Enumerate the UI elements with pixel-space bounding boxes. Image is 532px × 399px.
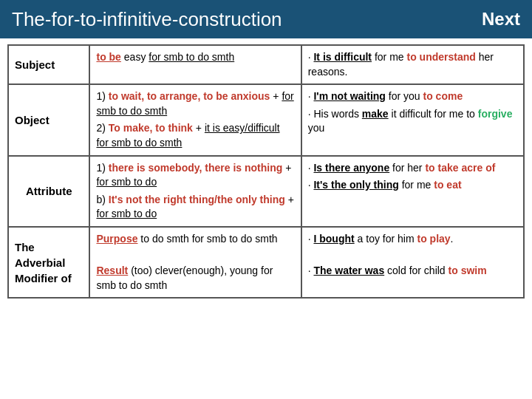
grammar-object-p1: 1) to wait, to arrange, to be anxious + … — [96, 89, 294, 118]
table-row: Object 1) to wait, to arrange, to be anx… — [8, 84, 524, 155]
main-content: Subject to be easy for smb to do smth · … — [0, 38, 532, 304]
example-anyone: · Is there anyone for her to take acre o… — [308, 161, 517, 176]
examples-adverbial: · I bought a toy for him to play. · The … — [301, 227, 524, 298]
example-only-thing: · It's the only thing for me to eat — [308, 178, 517, 193]
examples-object: · I'm not waiting for you to come · His … — [301, 84, 524, 155]
grammar-object-p2: 2) To make, to think + it is easy/diffic… — [96, 121, 294, 150]
grammar-object: 1) to wait, to arrange, to be anxious + … — [89, 84, 301, 155]
text-to-come: to come — [423, 90, 463, 102]
grammar-adverbial: Purpose to do smth for smb to do smth Re… — [89, 227, 301, 298]
grammar-attr-p2: b) It's not the right thing/the only thi… — [96, 193, 294, 222]
grammar-attr-p1: 1) there is somebody, there is nothing +… — [96, 161, 294, 190]
text-for-smb: for smb to do smth — [149, 51, 234, 63]
text-to-take: to take acre of — [425, 162, 495, 174]
text-to-play: to play — [417, 233, 450, 245]
example-it-is: It is difficult — [313, 51, 372, 63]
text-wait-arrange: to wait, to arrange, to be anxious — [109, 90, 270, 102]
next-button[interactable]: Next — [482, 9, 520, 30]
text-to-swim: to swim — [449, 265, 487, 276]
example-bought: · I bought a toy for him to play. — [308, 232, 517, 247]
table-row: The Adverbial Modifier of Purpose to do … — [8, 227, 524, 298]
table-row: Subject to be easy for smb to do smth · … — [8, 45, 524, 84]
example-not-waiting: · I'm not waiting for you to come — [308, 89, 517, 104]
text-to-be: to be — [96, 51, 120, 63]
label-attribute: Attribute — [8, 156, 89, 227]
examples-attribute: · Is there anyone for her to take acre o… — [301, 156, 524, 227]
examples-subject: · It is difficult for me to understand h… — [301, 45, 524, 84]
grammar-adv-p2: Result (too) clever(enough), young for s… — [96, 264, 294, 293]
text-im-not: I'm not waiting — [313, 90, 385, 102]
table-row: Attribute 1) there is somebody, there is… — [8, 156, 524, 227]
text-make: make — [362, 108, 389, 120]
text-i-bought: I bought — [313, 233, 354, 245]
grammar-adv-p1: Purpose to do smth for smb to do smth — [96, 232, 294, 247]
example-to-understand: to understand — [407, 51, 476, 63]
grammar-subject: to be easy for smb to do smth — [89, 45, 301, 84]
label-subject: Subject — [8, 45, 89, 84]
text-make-think: To make, to think — [109, 122, 193, 134]
text-there-is: there is somebody, there is nothing — [109, 162, 282, 174]
text-result: Result — [96, 265, 128, 276]
label-object: Object — [8, 84, 89, 155]
label-adverbial: The Adverbial Modifier of — [8, 227, 89, 298]
grammar-table: Subject to be easy for smb to do smth · … — [7, 44, 525, 299]
text-its-only: It's the only thing — [313, 179, 398, 191]
text-forgive: forgive — [478, 108, 513, 120]
text-water-was: The water was — [313, 265, 384, 276]
example-make: · His words make it difficult for me to … — [308, 107, 517, 136]
text-to-eat: to eat — [434, 179, 461, 191]
page-title: The-for-to-infinitive-construction — [12, 8, 282, 31]
text-not-right: It's not the right thing/the only thing — [109, 194, 285, 205]
text-for-smb-do: for smb to do — [96, 176, 157, 188]
text-for-smb-do2: for smb to do — [96, 208, 157, 219]
grammar-attribute: 1) there is somebody, there is nothing +… — [89, 156, 301, 227]
text-is-there: Is there anyone — [313, 162, 389, 174]
example-water: · The water was cold for child to swim — [308, 264, 517, 279]
page-header: The-for-to-infinitive-construction Next — [0, 0, 532, 38]
text-purpose: Purpose — [96, 233, 137, 245]
